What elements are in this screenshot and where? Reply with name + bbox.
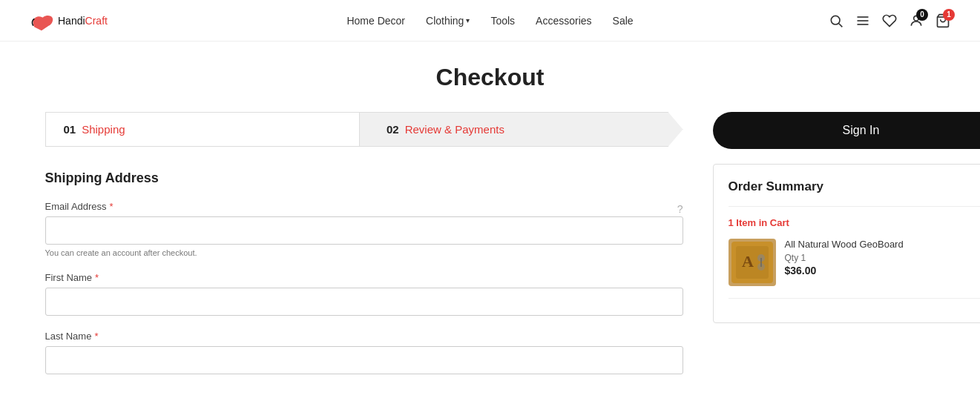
last-name-form-group: Last Name * [45,331,683,374]
nav-link-accessories[interactable]: Accessories [536,15,591,27]
logo-icon [30,10,53,31]
logo[interactable]: HandiCraft [30,10,108,31]
step-1-num: 01 [64,123,76,136]
nav-link-tools[interactable]: Tools [490,15,515,27]
email-input[interactable] [45,216,683,245]
last-name-input[interactable] [45,346,683,374]
cart-item-name: All Natural Wood GeoBoard [785,239,981,250]
shipping-address-section: Shipping Address Email Address * ? You c… [45,170,683,374]
nav-link-sale[interactable]: Sale [613,15,634,27]
menu-button[interactable] [855,13,870,28]
svg-point-0 [831,16,840,24]
step-shipping[interactable]: 01 Shipping [45,112,360,147]
cart-item-image: A [729,239,776,286]
email-form-group: Email Address * ? You can create an acco… [45,201,683,257]
checkout-right-column: Sign In Order Summary 1 Item in Cart ∧ [713,112,981,323]
order-summary-title: Order Summary [729,179,981,194]
product-thumbnail: A [731,242,773,283]
search-button[interactable] [829,13,843,28]
page-title: Checkout [45,64,935,91]
heart-icon [882,13,897,28]
svg-text:A: A [742,252,754,271]
cart-item-info: All Natural Wood GeoBoard Qty 1 $36.00 [785,239,981,276]
cart-item-qty: Qty 1 [785,253,981,263]
logo-text: HandiCraft [58,15,108,27]
sign-in-button[interactable]: Sign In [713,112,981,149]
first-name-form-group: First Name * [45,272,683,316]
first-name-required: * [95,272,99,283]
step-1-label: Shipping [82,123,125,136]
order-summary-bottom-divider [729,298,981,299]
cart-item: A All Natural Wood GeoBoard Qty 1 $36.00 [729,239,981,286]
nav-links: Home Decor Clothing ▾ Tools Accessories … [346,15,633,27]
order-summary-divider [729,206,981,207]
cart-button[interactable]: 1 [935,13,950,28]
checkout-steps: 01 Shipping 02 Review & Payments [45,112,683,147]
cart-badge: 1 [943,9,955,21]
cart-count-row: 1 Item in Cart ∧ [729,216,981,230]
step-2-num: 02 [387,123,399,136]
last-name-required: * [94,331,98,342]
cart-item-price: $36.00 [785,265,981,276]
order-summary-card: Order Summary 1 Item in Cart ∧ A [713,164,981,323]
email-label: Email Address * [45,201,114,212]
profile-button[interactable]: 0 [909,13,924,28]
nav-link-home-decor[interactable]: Home Decor [346,15,405,27]
svg-line-1 [839,23,843,27]
email-hint: You can create an account after checkout… [45,248,683,257]
cart-count-label: 1 Item in Cart [729,217,789,228]
first-name-input[interactable] [45,288,683,316]
step-2-label: Review & Payments [405,123,504,136]
profile-badge: 0 [916,9,928,21]
shipping-address-title: Shipping Address [45,170,683,186]
nav-icons: 0 1 [829,13,950,28]
first-name-label: First Name * [45,272,683,283]
email-required: * [110,201,114,212]
checkout-left-column: 01 Shipping 02 Review & Payments Shippin… [45,112,683,389]
email-help-icon[interactable]: ? [677,203,683,215]
top-navigation: HandiCraft Home Decor Clothing ▾ Tools A… [0,0,980,42]
step-review-payments[interactable]: 02 Review & Payments [359,112,683,147]
nav-link-clothing[interactable]: Clothing ▾ [426,15,470,27]
last-name-label: Last Name * [45,331,683,342]
wishlist-button[interactable] [882,13,897,28]
menu-icon [855,13,870,28]
search-icon [829,13,843,28]
